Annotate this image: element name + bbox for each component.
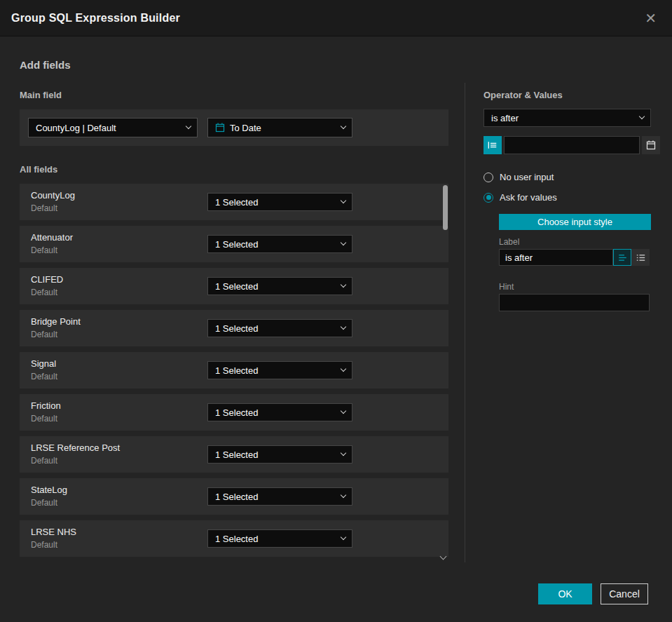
calendar-icon bbox=[215, 123, 225, 133]
field-selected-dropdown[interactable]: 1 Selected bbox=[207, 361, 352, 379]
all-fields-list: CountyLog Default 1 Selected Attenuator … bbox=[20, 184, 448, 562]
main-field-dropdown-value: CountyLog | Default bbox=[36, 123, 116, 133]
chevron-down-icon bbox=[341, 492, 346, 498]
field-row-lrse-reference-post: LRSE Reference Post Default 1 Selected bbox=[20, 436, 448, 473]
field-name: LRSE Reference Post bbox=[31, 442, 120, 453]
close-icon[interactable]: ✕ bbox=[640, 8, 661, 28]
field-name: Signal bbox=[31, 358, 56, 369]
input-style-icon bbox=[488, 140, 498, 150]
align-left-icon bbox=[618, 253, 627, 262]
hint-heading: Hint bbox=[499, 282, 514, 292]
field-selected-dropdown[interactable]: 1 Selected bbox=[207, 235, 352, 253]
operator-dropdown[interactable]: is after bbox=[484, 109, 651, 127]
field-row-bridge-point: Bridge Point Default 1 Selected bbox=[20, 310, 448, 346]
main-field-label: Main field bbox=[20, 90, 62, 100]
field-selected-value: 1 Selected bbox=[215, 534, 258, 544]
field-selected-value: 1 Selected bbox=[215, 239, 258, 250]
main-field-dropdown[interactable]: CountyLog | Default bbox=[28, 118, 198, 137]
list-icon bbox=[636, 253, 645, 262]
field-selected-value: 1 Selected bbox=[215, 492, 258, 502]
field-selected-value: 1 Selected bbox=[215, 323, 258, 334]
chevron-down-icon bbox=[341, 324, 346, 330]
field-subtitle: Default bbox=[31, 456, 57, 466]
operator-values-heading: Operator & Values bbox=[484, 90, 563, 100]
field-subtitle: Default bbox=[31, 330, 57, 339]
radio-ask-for-values-label: Ask for values bbox=[500, 192, 557, 203]
field-row-friction: Friction Default 1 Selected bbox=[20, 394, 448, 431]
radio-unselected-icon bbox=[484, 173, 493, 182]
label-heading: Label bbox=[499, 237, 519, 247]
field-selected-dropdown[interactable]: 1 Selected bbox=[207, 487, 352, 506]
field-name: Bridge Point bbox=[31, 316, 81, 327]
scrollbar-thumb[interactable] bbox=[443, 185, 448, 230]
ok-button[interactable]: OK bbox=[538, 583, 592, 604]
calendar-icon bbox=[646, 140, 656, 150]
label-style-left-button[interactable] bbox=[613, 249, 631, 266]
chevron-down-icon bbox=[341, 408, 346, 414]
field-name: Attenuator bbox=[31, 232, 73, 243]
chevron-down-icon bbox=[341, 534, 346, 540]
main-field-panel: CountyLog | Default To Date bbox=[20, 109, 448, 146]
date-type-dropdown-value: To Date bbox=[230, 123, 261, 133]
field-row-lrse-nhs: LRSE NHS Default 1 Selected bbox=[20, 520, 448, 557]
field-row-clifed: CLIFED Default 1 Selected bbox=[20, 268, 448, 304]
footer-buttons: OK Cancel bbox=[538, 583, 648, 604]
chevron-down-icon bbox=[639, 114, 645, 119]
cancel-button[interactable]: Cancel bbox=[601, 583, 648, 604]
field-selected-value: 1 Selected bbox=[215, 197, 258, 208]
chevron-down-icon bbox=[186, 123, 191, 129]
radio-no-user-input[interactable]: No user input bbox=[484, 172, 554, 182]
radio-no-user-input-label: No user input bbox=[500, 172, 554, 182]
field-selected-value: 1 Selected bbox=[215, 407, 258, 418]
field-row-signal: Signal Default 1 Selected bbox=[20, 352, 448, 388]
choose-input-style-button[interactable]: Choose input style bbox=[499, 214, 651, 230]
field-selected-dropdown[interactable]: 1 Selected bbox=[207, 193, 352, 211]
chevron-down-icon bbox=[341, 123, 346, 129]
all-fields-label: All fields bbox=[20, 164, 57, 175]
field-selected-value: 1 Selected bbox=[215, 281, 258, 292]
chevron-down-icon bbox=[341, 450, 346, 456]
field-name: StateLog bbox=[31, 485, 67, 495]
field-name: CountyLog bbox=[31, 190, 75, 201]
label-input[interactable] bbox=[499, 249, 613, 266]
field-selected-dropdown[interactable]: 1 Selected bbox=[207, 319, 352, 337]
dialog-header: Group SQL Expression Builder ✕ bbox=[0, 0, 672, 36]
field-subtitle: Default bbox=[31, 498, 57, 508]
field-selected-value: 1 Selected bbox=[215, 449, 258, 460]
field-name: LRSE NHS bbox=[31, 527, 76, 537]
operator-dropdown-value: is after bbox=[491, 113, 519, 123]
input-style-button[interactable] bbox=[484, 136, 502, 154]
field-name: CLIFED bbox=[31, 274, 63, 285]
date-picker-button[interactable] bbox=[642, 136, 660, 154]
scrollbar[interactable] bbox=[443, 184, 448, 548]
hint-input[interactable] bbox=[499, 294, 650, 311]
label-style-list-button[interactable] bbox=[631, 249, 650, 266]
field-selected-dropdown[interactable]: 1 Selected bbox=[207, 445, 352, 464]
add-fields-heading: Add fields bbox=[20, 59, 71, 71]
radio-selected-icon bbox=[484, 193, 493, 203]
field-subtitle: Default bbox=[31, 288, 57, 297]
chevron-down-icon bbox=[341, 198, 346, 203]
field-selected-value: 1 Selected bbox=[215, 365, 258, 376]
column-divider bbox=[465, 83, 465, 562]
value-row bbox=[484, 136, 651, 154]
field-subtitle: Default bbox=[31, 245, 57, 255]
chevron-down-icon bbox=[341, 240, 346, 245]
chevron-down-icon bbox=[341, 282, 346, 288]
radio-ask-for-values[interactable]: Ask for values bbox=[484, 192, 557, 203]
value-input[interactable] bbox=[504, 136, 640, 154]
field-row-attenuator: Attenuator Default 1 Selected bbox=[20, 226, 448, 262]
field-row-statelog: StateLog Default 1 Selected bbox=[20, 478, 448, 515]
field-selected-dropdown[interactable]: 1 Selected bbox=[207, 403, 352, 421]
field-row-countylog: CountyLog Default 1 Selected bbox=[20, 184, 448, 220]
dialog-body: Add fields Main field CountyLog | Defaul… bbox=[0, 36, 672, 622]
field-selected-dropdown[interactable]: 1 Selected bbox=[207, 277, 352, 295]
field-name: Friction bbox=[31, 400, 61, 411]
field-selected-dropdown[interactable]: 1 Selected bbox=[207, 529, 352, 548]
date-type-dropdown[interactable]: To Date bbox=[207, 118, 352, 137]
field-subtitle: Default bbox=[31, 203, 57, 213]
label-row bbox=[499, 249, 650, 266]
field-subtitle: Default bbox=[31, 414, 57, 424]
field-subtitle: Default bbox=[31, 372, 57, 381]
chevron-down-icon bbox=[341, 366, 346, 372]
